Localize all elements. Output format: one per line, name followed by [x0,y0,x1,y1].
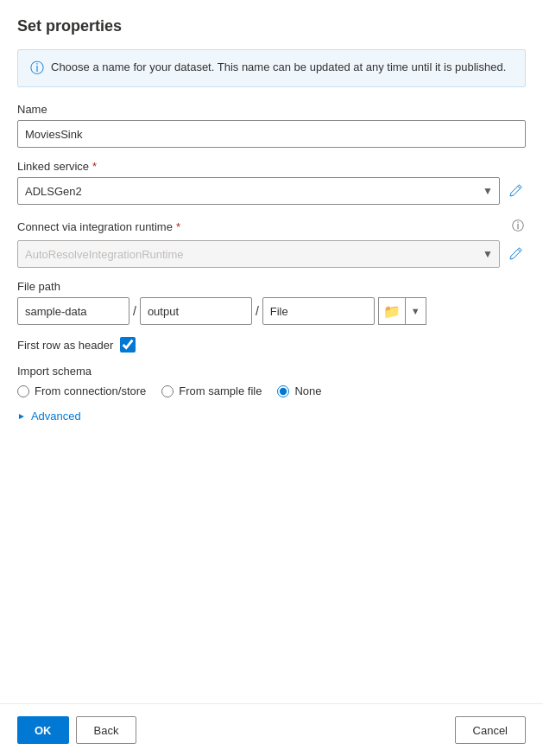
pencil-icon-2 [508,247,522,261]
chevron-down-icon-3: ▼ [411,306,420,316]
radio-option-sample[interactable]: From sample file [161,384,262,397]
radio-option-none[interactable]: None [277,384,321,397]
file-path-separator-1: / [129,304,140,318]
linked-service-field-group: Linked service * ADLSGen2 ▼ [17,160,526,205]
import-schema-radio-group: From connection/store From sample file N… [17,384,526,397]
linked-service-wrapper: ADLSGen2 ▼ [17,177,526,205]
info-banner: ⓘ Choose a name for your dataset. This n… [17,49,526,87]
file-path-file-input[interactable] [262,297,375,325]
first-row-header-checkbox[interactable] [120,337,136,353]
radio-none-label: None [294,384,321,397]
file-path-separator-2: / [252,304,262,318]
info-icon: ⓘ [30,60,44,78]
advanced-label: Advanced [31,410,81,422]
first-row-header-label: First row as header [17,339,113,352]
info-circle-icon: ⓘ [512,219,524,234]
import-schema-section: Import schema From connection/store From… [17,365,526,397]
spacer [17,422,526,703]
file-path-label: File path [17,280,526,293]
footer: OK Back Cancel [0,703,543,756]
integration-runtime-select[interactable]: AutoResolveIntegrationRuntime [17,240,500,268]
radio-none[interactable] [277,385,289,397]
radio-connection-label: From connection/store [35,384,146,397]
file-path-row: / / 📁 ▼ [17,297,526,325]
cancel-button[interactable]: Cancel [455,716,526,744]
radio-sample[interactable] [161,385,174,397]
pencil-icon [508,184,522,198]
integration-runtime-field-group: Connect via integration runtime * ⓘ Auto… [17,217,526,268]
integration-runtime-edit-button[interactable] [505,244,526,264]
integration-runtime-info-button[interactable]: ⓘ [510,217,526,236]
linked-service-edit-button[interactable] [505,181,526,201]
name-input[interactable] [17,120,526,148]
import-schema-label: Import schema [17,365,526,378]
integration-runtime-label: Connect via integration runtime [17,220,173,233]
radio-connection[interactable] [17,385,29,397]
first-row-header-row: First row as header [17,337,526,353]
folder-open-icon: 📁 [383,303,401,320]
integration-runtime-wrapper: AutoResolveIntegrationRuntime ▼ [17,240,526,268]
name-field-group: Name [17,103,526,148]
info-banner-text: Choose a name for your dataset. This nam… [51,59,506,76]
name-label: Name [17,103,526,116]
required-star-2: * [176,220,180,233]
back-button[interactable]: Back [76,716,137,744]
advanced-section[interactable]: ► Advanced [17,410,526,422]
file-path-container-input[interactable] [17,297,129,325]
integration-runtime-label-row: Connect via integration runtime * ⓘ [17,217,526,236]
page-title: Set properties [17,17,526,35]
radio-sample-label: From sample file [179,384,262,397]
required-star: * [92,160,97,173]
linked-service-label: Linked service * [17,160,526,173]
file-path-folder-input[interactable] [140,297,252,325]
linked-service-select-container: ADLSGen2 ▼ [17,177,500,205]
radio-option-connection[interactable]: From connection/store [17,384,146,397]
linked-service-select[interactable]: ADLSGen2 [17,177,500,205]
file-path-dropdown-button[interactable]: ▼ [406,297,426,325]
advanced-chevron-icon: ► [17,411,26,421]
integration-runtime-select-container: AutoResolveIntegrationRuntime ▼ [17,240,500,268]
ok-button[interactable]: OK [17,716,69,744]
file-path-field-group: File path / / 📁 ▼ [17,280,526,325]
file-path-browse-button[interactable]: 📁 [378,297,406,325]
